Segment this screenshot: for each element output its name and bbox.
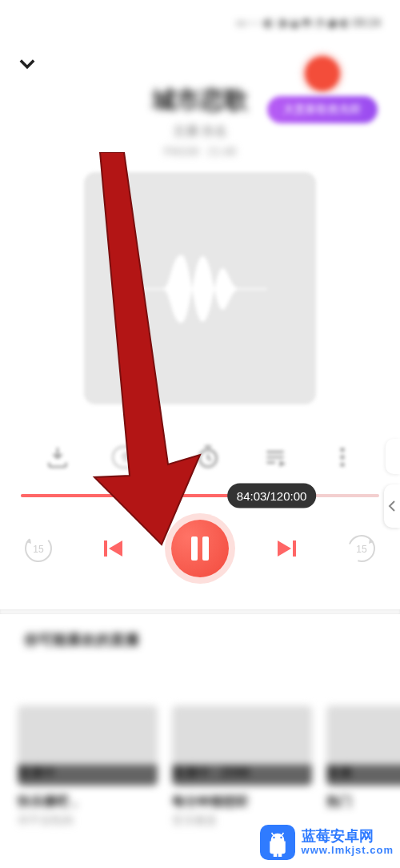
cover-art <box>84 172 316 404</box>
more-icon[interactable] <box>330 444 355 470</box>
chevron-left-icon <box>388 500 396 512</box>
card-title: 快乐播吧， <box>18 794 158 810</box>
download-icon[interactable] <box>45 444 70 470</box>
recommend-card[interactable]: 直播中 · 2098 每分钟都想听 音乐频道 <box>172 705 312 828</box>
card-title: 热门 <box>326 794 400 810</box>
collapse-chevron-icon[interactable] <box>16 52 38 74</box>
svg-point-3 <box>340 455 344 459</box>
playback-controls: 15 15 <box>22 520 378 577</box>
track-artist: 主播 佚名 <box>0 123 400 140</box>
watermark-url: www.lmkjst.com <box>302 845 394 856</box>
svg-marker-12 <box>278 540 291 557</box>
next-track-button[interactable] <box>271 532 303 565</box>
card-tag: 直播 <box>326 765 400 786</box>
svg-marker-1 <box>279 460 286 467</box>
card-subtitle: 停不住吃肉 <box>18 814 158 828</box>
track-meta: FM106 · 21:48 <box>0 145 400 158</box>
track-title-block: 城市恋歌 主播 佚名 FM106 · 21:48 <box>0 84 400 158</box>
status-bar: ▭ ◦ ◦ ◐ ◑ ◒ ◓ ◔ ◕ ◐ 09:24 <box>0 0 400 44</box>
svg-point-18 <box>280 837 282 838</box>
rewind-15-button[interactable]: 15 <box>22 532 54 565</box>
speed-button[interactable]: 倍速 <box>112 446 154 468</box>
previous-track-button[interactable] <box>97 532 129 565</box>
recommend-row[interactable]: 直播中 快乐播吧， 停不住吃肉 直播中 · 2098 每分钟都想听 音乐频道 直… <box>0 705 400 828</box>
card-image: 直播中 <box>18 705 158 786</box>
watermark-text: 蓝莓安卓网 www.lmkjst.com <box>302 829 394 856</box>
recommend-heading: 你可能喜欢的直播 <box>0 614 400 657</box>
card-tag: 直播中 <box>18 765 158 786</box>
edge-tab-upper[interactable] <box>386 439 400 474</box>
svg-rect-8 <box>104 540 107 557</box>
watermark-android-icon <box>260 825 295 860</box>
waveform-icon <box>128 248 272 328</box>
recommend-card[interactable]: 直播中 快乐播吧， 停不住吃肉 <box>18 705 158 828</box>
edge-expand-tab[interactable] <box>384 484 400 528</box>
watermark-title: 蓝莓安卓网 <box>302 829 394 845</box>
card-image: 直播 <box>326 705 400 786</box>
svg-text:15: 15 <box>33 544 44 555</box>
card-image: 直播中 · 2098 <box>172 705 312 786</box>
recommend-card[interactable]: 直播 热门 <box>326 705 400 828</box>
progress-tooltip: 84:03/120:00 <box>227 484 317 508</box>
watermark: 蓝莓安卓网 www.lmkjst.com <box>260 825 394 860</box>
card-tag: 直播中 · 2098 <box>172 765 312 786</box>
forward-15-button[interactable]: 15 <box>346 532 378 565</box>
playlist-icon[interactable] <box>262 444 288 470</box>
svg-rect-13 <box>293 540 296 557</box>
svg-point-4 <box>340 463 344 467</box>
track-title: 城市恋歌 <box>0 84 400 117</box>
card-title: 每分钟都想听 <box>172 794 312 810</box>
svg-point-2 <box>340 448 344 452</box>
svg-rect-10 <box>191 536 198 561</box>
pause-button[interactable] <box>171 520 229 577</box>
svg-rect-11 <box>202 536 209 561</box>
svg-marker-9 <box>109 540 122 557</box>
action-row: 倍速 <box>0 444 400 470</box>
svg-point-17 <box>273 837 274 838</box>
progress-track <box>21 494 379 497</box>
timer-icon[interactable] <box>195 444 221 470</box>
progress-bar[interactable]: 84:03/120:00 <box>21 494 379 497</box>
svg-text:15: 15 <box>356 544 367 555</box>
